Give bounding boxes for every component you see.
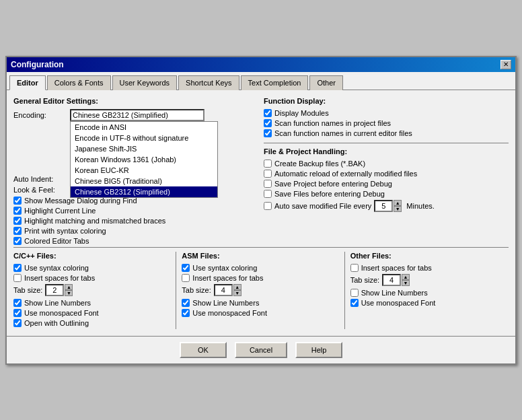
cpp-mono-checkbox[interactable] <box>13 309 22 317</box>
auto-indent-label: Auto Indent: <box>13 175 67 183</box>
cpp-linenums-checkbox[interactable] <box>13 299 22 307</box>
save-files-row: Save Files before entering Debug <box>264 190 509 198</box>
title-bar-buttons: ✕ <box>500 60 511 69</box>
other-mono-checkbox[interactable] <box>350 299 359 307</box>
asm-tabsize-down[interactable]: ▼ <box>233 290 241 296</box>
other-mono-row: Use monospaced Font <box>350 299 509 307</box>
asm-linenums-label: Show Line Numbers <box>192 299 259 307</box>
asm-spaces-row: Insert spaces for tabs <box>182 274 340 282</box>
encoding-row: Encoding: Chinese GB2312 (Simplified) En… <box>13 109 258 121</box>
dropdown-item-koreaneuc[interactable]: Korean EUC-KR <box>71 165 217 176</box>
other-spaces-label: Insert spaces for tabs <box>361 264 432 272</box>
encoding-select[interactable]: Chinese GB2312 (Simplified) <box>70 109 204 121</box>
disp-modules-checkbox[interactable] <box>264 109 272 117</box>
file-project-title: File & Project Handling: <box>264 147 509 155</box>
cpp-mono-row: Use monospaced Font <box>13 309 172 317</box>
create-bak-label: Create Backup files (*.BAK) <box>274 160 365 168</box>
tab-bar: Editor Colors & Fonts User Keywords Shor… <box>7 72 515 90</box>
autosave-spin-up[interactable]: ▲ <box>394 200 402 206</box>
other-tabsize-spinbox: ▲ ▼ <box>382 274 410 286</box>
cpp-tabsize-value[interactable] <box>45 284 64 296</box>
print-syntax-checkbox[interactable] <box>13 227 22 235</box>
cpp-linenums-row: Show Line Numbers <box>13 299 172 307</box>
asm-linenums-row: Show Line Numbers <box>182 299 340 307</box>
asm-mono-label: Use monospaced Font <box>192 309 267 317</box>
highlight-line-checkbox[interactable] <box>13 207 22 215</box>
highlight-line-row: Highlight Current Line <box>13 207 258 215</box>
show-msg-checkbox[interactable] <box>13 197 22 205</box>
autosave-value[interactable] <box>374 200 393 212</box>
tab-shortcut-keys[interactable]: Shortcut Keys <box>178 75 239 90</box>
autosave-suffix: Minutes. <box>406 202 435 210</box>
save-proj-checkbox[interactable] <box>264 180 272 188</box>
auto-reload-label: Automatic reload of externally modified … <box>274 170 417 178</box>
other-mono-label: Use monospaced Font <box>361 299 436 307</box>
help-button[interactable]: Help <box>295 342 342 358</box>
create-bak-row: Create Backup files (*.BAK) <box>264 160 509 168</box>
scan-editor-checkbox[interactable] <box>264 129 272 137</box>
asm-tabsize-value[interactable] <box>214 284 233 296</box>
cpp-tabsize-down[interactable]: ▼ <box>65 290 73 296</box>
autosave-spin-down[interactable]: ▼ <box>394 206 402 212</box>
colored-tabs-label: Colored Editor Tabs <box>24 237 89 245</box>
cpp-tabsize-spinbox: ▲ ▼ <box>45 284 73 296</box>
asm-syntax-checkbox[interactable] <box>182 264 190 272</box>
asm-spaces-checkbox[interactable] <box>182 274 190 282</box>
dropdown-item-utf8[interactable]: Encode in UTF-8 without signature <box>71 133 217 143</box>
cancel-button[interactable]: Cancel <box>235 342 287 358</box>
tab-text-completion[interactable]: Text Completion <box>241 75 309 90</box>
other-linenums-checkbox[interactable] <box>350 289 359 297</box>
asm-tabsize-label: Tab size: <box>182 286 211 294</box>
tab-other[interactable]: Other <box>309 75 343 90</box>
bottom-row: C/C++ Files: Use syntax coloring Insert … <box>13 247 509 329</box>
title-bar: Configuration ✕ <box>7 57 515 72</box>
close-button[interactable]: ✕ <box>500 60 511 69</box>
asm-spaces-label: Insert spaces for tabs <box>192 274 263 282</box>
other-tabsize-up[interactable]: ▲ <box>402 274 410 280</box>
create-bak-checkbox[interactable] <box>264 160 272 168</box>
save-files-label: Save Files before entering Debug <box>274 190 385 198</box>
encoding-dropdown[interactable]: Encode in ANSI Encode in UTF-8 without s… <box>70 121 218 198</box>
function-display-section: Display Modules Scan function names in p… <box>264 109 509 137</box>
other-spaces-checkbox[interactable] <box>350 264 359 272</box>
cpp-files-section: C/C++ Files: Use syntax coloring Insert … <box>13 252 172 329</box>
asm-linenums-checkbox[interactable] <box>182 299 190 307</box>
cpp-syntax-checkbox[interactable] <box>13 264 22 272</box>
cpp-tabsize-up[interactable]: ▲ <box>65 284 73 290</box>
dropdown-item-ansi[interactable]: Encode in ANSI <box>71 122 217 133</box>
tab-colors-fonts[interactable]: Colors & Fonts <box>47 75 111 90</box>
cpp-spaces-checkbox[interactable] <box>13 274 22 282</box>
asm-mono-checkbox[interactable] <box>182 309 190 317</box>
look-feel-label: Look & Feel: <box>13 186 67 194</box>
scan-project-row: Scan function names in project files <box>264 119 509 127</box>
other-files-title: Other Files: <box>350 252 509 260</box>
dropdown-item-korean1361[interactable]: Korean Windows 1361 (Johab) <box>71 154 217 165</box>
dropdown-item-shiftjis[interactable]: Japanese Shift-JIS <box>71 143 217 154</box>
other-tabsize-label: Tab size: <box>350 276 379 284</box>
cpp-syntax-row: Use syntax coloring <box>13 264 172 272</box>
tab-user-keywords[interactable]: User Keywords <box>112 75 178 90</box>
asm-syntax-row: Use syntax coloring <box>182 264 340 272</box>
other-tabsize-value[interactable] <box>382 274 401 286</box>
dropdown-item-big5[interactable]: Chinese BIG5 (Traditional) <box>71 176 217 186</box>
configuration-dialog: Configuration ✕ Editor Colors & Fonts Us… <box>5 56 517 365</box>
dropdown-item-gb2312[interactable]: Chinese GB2312 (Simplified) <box>71 186 217 197</box>
other-linenums-label: Show Line Numbers <box>361 289 428 297</box>
cpp-linenums-label: Show Line Numbers <box>24 299 91 307</box>
scan-project-checkbox[interactable] <box>264 119 272 127</box>
cpp-outlining-checkbox[interactable] <box>13 319 22 327</box>
highlight-braces-checkbox[interactable] <box>13 217 22 225</box>
ok-button[interactable]: OK <box>180 342 227 358</box>
disp-modules-row: Display Modules <box>264 109 509 117</box>
other-tabsize-down[interactable]: ▼ <box>402 280 410 286</box>
colored-tabs-row: Colored Editor Tabs <box>13 237 258 245</box>
tab-editor[interactable]: Editor <box>9 75 46 90</box>
auto-reload-checkbox[interactable] <box>264 170 272 178</box>
asm-tabsize-row: Tab size: ▲ ▼ <box>182 284 340 296</box>
save-files-checkbox[interactable] <box>264 190 272 198</box>
other-linenums-row: Show Line Numbers <box>350 289 509 297</box>
autosave-spinbox: ▲ ▼ <box>374 200 402 212</box>
autosave-checkbox[interactable] <box>264 202 272 210</box>
colored-tabs-checkbox[interactable] <box>13 237 22 245</box>
asm-tabsize-up[interactable]: ▲ <box>233 284 241 290</box>
